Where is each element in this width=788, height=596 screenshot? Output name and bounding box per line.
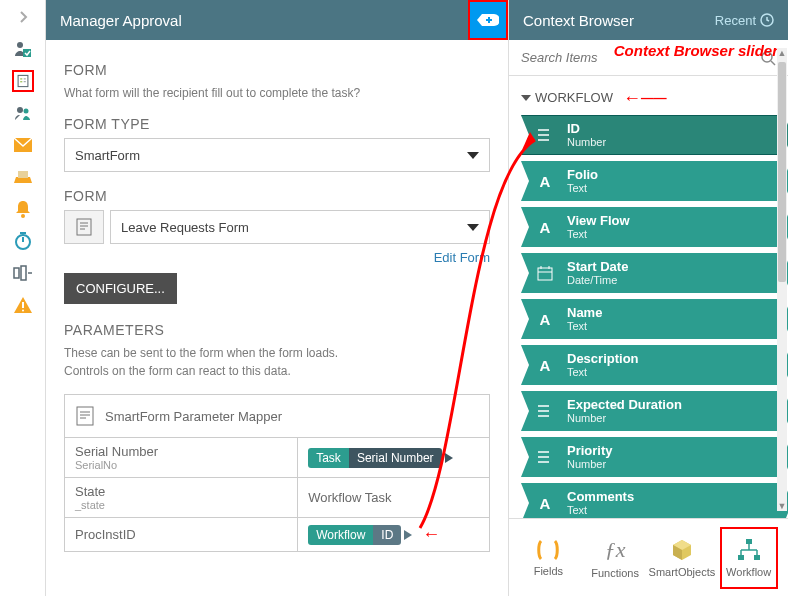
tab-smartobjects[interactable]: SmartObjects: [653, 527, 711, 589]
form-heading: FORM: [64, 62, 490, 78]
left-sidebar: [0, 0, 46, 596]
param-sub: SerialNo: [75, 459, 287, 471]
scrollbar-thumb[interactable]: [778, 62, 786, 282]
number-type-icon: [533, 128, 557, 142]
workflow-item[interactable]: PriorityNumber: [521, 437, 784, 477]
text-type-icon: A: [533, 219, 557, 236]
workflow-item-name: View Flow: [567, 214, 630, 228]
warning-icon[interactable]: [12, 294, 34, 316]
functions-icon: ƒx: [605, 537, 626, 563]
workflow-item[interactable]: ANameText: [521, 299, 784, 339]
workflow-item-name: Priority: [567, 444, 613, 458]
tab-functions[interactable]: ƒx Functions: [586, 527, 644, 589]
users-icon[interactable]: [12, 102, 34, 124]
svg-rect-15: [14, 268, 19, 278]
text-type-icon: A: [533, 173, 557, 190]
svg-point-0: [17, 42, 23, 48]
parameter-mapper: SmartForm Parameter Mapper Serial Number…: [64, 394, 490, 552]
chevron-down-icon: [467, 224, 479, 231]
tab-workflow[interactable]: Workflow: [720, 527, 778, 589]
svg-marker-31: [404, 530, 412, 540]
param-value-cell[interactable]: Workflow Task: [298, 478, 489, 517]
params-heading: PARAMETERS: [64, 322, 490, 338]
svg-point-11: [21, 214, 25, 218]
form-select[interactable]: Leave Requests Form: [110, 210, 490, 244]
workflow-item[interactable]: ADescriptionText: [521, 345, 784, 385]
workflow-item-type: Number: [567, 136, 606, 148]
workflow-item-type: Text: [567, 366, 639, 378]
main-header: Manager Approval: [46, 0, 508, 40]
recent-link[interactable]: Recent: [715, 13, 774, 28]
param-name: ProcInstID: [75, 527, 136, 542]
edit-form-link[interactable]: Edit Form: [434, 250, 490, 265]
svg-rect-48: [746, 539, 752, 544]
main-panel: Manager Approval Context Browser slider …: [46, 0, 508, 596]
param-row: Serial Number SerialNo TaskSerial Number: [65, 438, 489, 478]
svg-rect-3: [20, 78, 22, 79]
user-check-icon[interactable]: [12, 38, 34, 60]
collapse-triangle-icon: [521, 95, 531, 101]
smartobjects-icon: [670, 538, 694, 562]
workflow-item-name: Start Date: [567, 260, 628, 274]
workflow-item-name: Expected Duration: [567, 398, 682, 412]
workflow-item[interactable]: ACommentsText: [521, 483, 784, 518]
text-type-icon: A: [533, 495, 557, 512]
svg-marker-30: [445, 453, 453, 463]
context-title: Context Browser: [523, 12, 634, 29]
workflow-item-name: ID: [567, 122, 606, 136]
workflow-item[interactable]: Expected DurationNumber: [521, 391, 784, 431]
form-value: Leave Requests Form: [121, 220, 249, 235]
workflow-item-name: Name: [567, 306, 602, 320]
svg-point-8: [23, 109, 28, 114]
workflow-item[interactable]: AFolioText: [521, 161, 784, 201]
timer-icon[interactable]: [12, 230, 34, 252]
bell-icon[interactable]: [12, 198, 34, 220]
mail-icon[interactable]: [12, 134, 34, 156]
inbox-icon[interactable]: [12, 166, 34, 188]
date-type-icon: [533, 265, 557, 281]
param-row: ProcInstID WorkflowID ←: [65, 518, 489, 551]
search-input[interactable]: [509, 40, 748, 75]
number-type-icon: [533, 404, 557, 418]
param-row: State _state Workflow Task: [65, 478, 489, 518]
svg-rect-5: [20, 81, 22, 82]
page-title: Manager Approval: [60, 12, 182, 29]
svg-point-19: [22, 310, 24, 312]
arrow-annotation-icon: ←: [422, 524, 440, 545]
svg-line-34: [771, 61, 775, 65]
svg-point-33: [762, 52, 772, 62]
scrollbar[interactable]: ▲ ▼: [777, 48, 787, 511]
number-type-icon: [533, 450, 557, 464]
form-page-icon[interactable]: [12, 70, 34, 92]
form-doc-icon: [64, 210, 104, 244]
collapse-sidebar-icon[interactable]: [12, 6, 34, 28]
svg-rect-50: [754, 555, 760, 560]
columns-icon[interactable]: [12, 262, 34, 284]
workflow-item[interactable]: Start DateDate/Time: [521, 253, 784, 293]
workflow-item-type: Text: [567, 228, 630, 240]
workflow-group-label[interactable]: WORKFLOW ←──: [523, 90, 784, 105]
mapper-title: SmartForm Parameter Mapper: [105, 409, 282, 424]
form-sub: What form will the recipient fill out to…: [64, 84, 490, 102]
form-type-select[interactable]: SmartForm: [64, 138, 490, 172]
param-value-cell[interactable]: TaskSerial Number: [298, 438, 489, 477]
param-value-cell[interactable]: WorkflowID ←: [298, 518, 489, 551]
workflow-item-name: Folio: [567, 168, 598, 182]
workflow-item-type: Number: [567, 412, 682, 424]
form-label: FORM: [64, 188, 490, 204]
workflow-item[interactable]: AView FlowText: [521, 207, 784, 247]
workflow-item[interactable]: IDNumber: [521, 115, 784, 155]
svg-rect-2: [18, 75, 28, 86]
param-name: State: [75, 484, 105, 499]
svg-rect-26: [77, 407, 93, 425]
params-sub: These can be sent to the form when the f…: [64, 344, 490, 380]
tab-fields[interactable]: Fields: [519, 527, 577, 589]
context-tabs: Fields ƒx Functions SmartObjects Workflo…: [509, 518, 788, 596]
configure-button[interactable]: CONFIGURE...: [64, 273, 177, 304]
svg-point-7: [17, 107, 23, 113]
chevron-down-icon: [467, 152, 479, 159]
form-type-label: FORM TYPE: [64, 116, 490, 132]
mapper-doc-icon: [75, 405, 95, 427]
context-browser-slider-button[interactable]: [468, 0, 508, 40]
text-type-icon: A: [533, 357, 557, 374]
